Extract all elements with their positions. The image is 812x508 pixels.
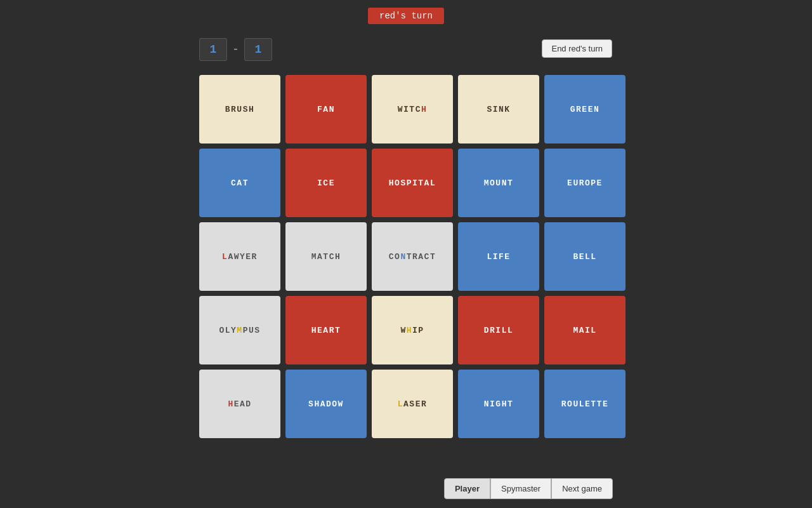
card-12[interactable]: CONTRACT [372, 222, 453, 291]
bottom-buttons: PlayerSpymasterNext game [444, 478, 613, 499]
game-grid: BRUSHFANWITCHSINKGREENCATICEHOSPITALMOUN… [199, 75, 625, 438]
bottom-btn-spymaster[interactable]: Spymaster [490, 478, 551, 499]
card-11[interactable]: MATCH [285, 222, 367, 291]
card-24[interactable]: ROULETTE [544, 370, 625, 438]
score-separator: - [232, 43, 239, 56]
card-18[interactable]: DRILL [458, 296, 539, 364]
card-10[interactable]: LAWYER [199, 222, 280, 291]
card-19[interactable]: MAIL [544, 296, 625, 364]
card-2[interactable]: WITCH [372, 75, 453, 144]
card-20[interactable]: HEAD [199, 370, 280, 438]
card-23[interactable]: NIGHT [458, 370, 539, 438]
card-9[interactable]: EUROPE [544, 149, 625, 217]
score-area: 1 - 1 [199, 38, 272, 61]
card-14[interactable]: BELL [544, 222, 625, 291]
card-1[interactable]: FAN [285, 75, 367, 144]
red-score: 1 [199, 38, 227, 61]
card-4[interactable]: GREEN [544, 75, 625, 144]
card-8[interactable]: MOUNT [458, 149, 539, 217]
card-3[interactable]: SINK [458, 75, 539, 144]
card-0[interactable]: BRUSH [199, 75, 280, 144]
card-5[interactable]: CAT [199, 149, 280, 217]
blue-score: 1 [244, 38, 272, 61]
bottom-btn-next-game[interactable]: Next game [551, 478, 613, 499]
turn-indicator: red's turn [368, 8, 444, 24]
card-22[interactable]: LASER [372, 370, 453, 438]
card-15[interactable]: OLYMPUS [199, 296, 280, 364]
end-turn-button[interactable]: End red's turn [542, 39, 612, 58]
card-6[interactable]: ICE [285, 149, 367, 217]
bottom-btn-player[interactable]: Player [444, 478, 490, 499]
card-13[interactable]: LIFE [458, 222, 539, 291]
card-21[interactable]: SHADOW [285, 370, 367, 438]
card-16[interactable]: HEART [285, 296, 367, 364]
card-7[interactable]: HOSPITAL [372, 149, 453, 217]
card-17[interactable]: WHIP [372, 296, 453, 364]
